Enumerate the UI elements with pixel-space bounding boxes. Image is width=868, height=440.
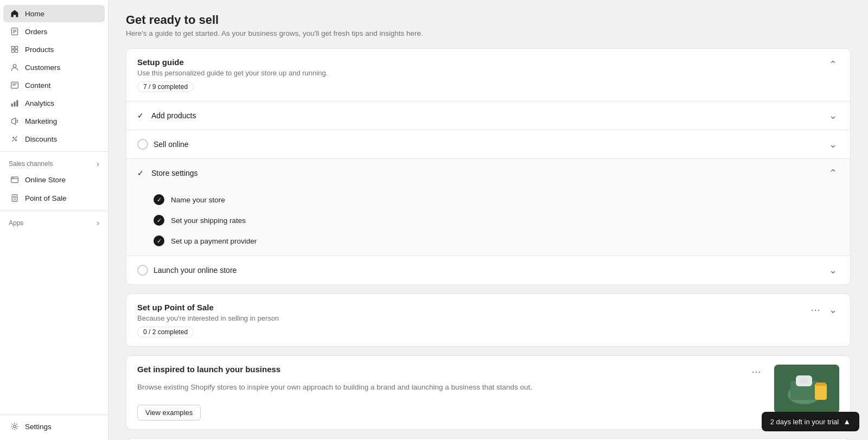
sidebar-item-online-store-label: Online Store xyxy=(25,176,66,184)
sidebar-item-content[interactable]: Content xyxy=(3,76,105,94)
sidebar-item-products[interactable]: Products xyxy=(3,41,105,58)
store-settings-header[interactable]: ✓ Store settings ⌃ xyxy=(126,159,850,187)
home-icon xyxy=(10,9,20,18)
pos-more-btn[interactable]: ⋯ xyxy=(808,303,822,317)
setup-guide-subtitle: Use this personalized guide to get your … xyxy=(137,69,827,77)
inspiration-card: Get inspired to launch your business ⋯ B… xyxy=(126,355,851,430)
store-setting-label-1: Set your shipping rates xyxy=(171,216,246,225)
svg-point-22 xyxy=(14,177,15,178)
inspiration-more-btn[interactable]: ⋯ xyxy=(749,365,763,379)
pos-icon xyxy=(10,193,20,203)
sidebar-bottom: Settings xyxy=(0,415,108,436)
sidebar-item-pos[interactable]: Point of Sale xyxy=(3,189,105,207)
sidebar-item-marketing[interactable]: Marketing xyxy=(3,112,105,130)
trial-badge-chevron: ▲ xyxy=(843,417,851,426)
pos-card-subtitle: Because you're interested in selling in … xyxy=(137,314,808,322)
svg-point-8 xyxy=(13,65,16,68)
setup-guide-progress-badge: 7 / 9 completed xyxy=(137,81,194,92)
store-settings-label: Store settings xyxy=(151,169,198,177)
store-setting-label-0: Name your store xyxy=(171,196,225,204)
sidebar-item-customers[interactable]: Customers xyxy=(3,59,105,76)
online-store-icon xyxy=(10,175,20,184)
pos-card: Set up Point of Sale Because you're inte… xyxy=(126,294,851,347)
setup-guide-header: Setup guide Use this personalized guide … xyxy=(126,49,850,101)
svg-rect-33 xyxy=(816,382,826,386)
store-setting-check-2: ✓ xyxy=(154,235,164,246)
guide-item-store-settings: ✓ Store settings ⌃ ✓ Name your store ✓ S… xyxy=(126,158,850,256)
sidebar-item-orders[interactable]: Orders xyxy=(3,23,105,40)
sidebar-divider-2 xyxy=(0,211,108,211)
pos-card-header-left: Set up Point of Sale Because you're inte… xyxy=(137,303,808,337)
add-products-expand-btn[interactable]: ⌄ xyxy=(827,109,839,123)
sidebar-item-settings[interactable]: Settings xyxy=(3,418,105,435)
sidebar-item-online-store[interactable]: Online Store xyxy=(3,171,105,188)
svg-rect-4 xyxy=(11,46,14,49)
inspiration-card-image xyxy=(774,365,839,413)
products-icon xyxy=(10,44,20,54)
add-products-check-symbol: ✓ xyxy=(137,111,144,120)
trial-badge[interactable]: 2 days left in your trial ▲ xyxy=(762,412,859,431)
content-icon xyxy=(10,80,20,90)
main-nav: Home Orders Prod xyxy=(0,4,108,148)
add-products-label: Add products xyxy=(151,111,196,120)
store-setting-row-1: ✓ Set your shipping rates xyxy=(126,210,850,231)
sell-online-expand-btn[interactable]: ⌄ xyxy=(827,137,839,151)
guide-item-launch-store-left: Launch your online store xyxy=(137,265,237,276)
sidebar-item-orders-label: Orders xyxy=(25,28,47,36)
store-settings-header-left: ✓ Store settings xyxy=(137,169,198,177)
setup-guide-collapse-btn[interactable]: ⌃ xyxy=(827,58,839,72)
sidebar-item-content-label: Content xyxy=(25,81,50,90)
sales-channels-chevron[interactable]: › xyxy=(97,160,99,168)
store-setting-row-0: ✓ Name your store xyxy=(126,189,850,210)
analytics-icon xyxy=(10,98,20,108)
discounts-icon xyxy=(10,134,20,144)
sidebar-item-home-label: Home xyxy=(25,10,44,18)
pos-expand-btn[interactable]: ⌄ xyxy=(827,303,839,317)
svg-rect-13 xyxy=(14,102,15,107)
pos-card-progress-badge: 0 / 2 completed xyxy=(137,327,194,337)
launch-store-check-icon xyxy=(137,265,148,276)
sidebar-item-pos-label: Point of Sale xyxy=(25,194,67,202)
pos-card-header: Set up Point of Sale Because you're inte… xyxy=(126,294,850,346)
guide-item-add-products[interactable]: ✓ Add products ⌄ xyxy=(126,101,850,130)
pos-card-title: Set up Point of Sale xyxy=(137,303,808,312)
pos-card-actions: ⋯ ⌄ xyxy=(808,303,839,317)
settings-icon xyxy=(10,422,20,431)
launch-store-expand-btn[interactable]: ⌄ xyxy=(827,263,839,277)
guide-item-sell-online[interactable]: Sell online ⌄ xyxy=(126,130,850,158)
orders-icon xyxy=(10,27,20,36)
sidebar-item-customers-label: Customers xyxy=(25,63,60,72)
sidebar-divider-1 xyxy=(0,151,108,152)
inspiration-card-inner: Get inspired to launch your business ⋯ B… xyxy=(126,356,850,429)
svg-rect-12 xyxy=(11,104,13,107)
inspiration-image-svg xyxy=(774,365,839,413)
svg-point-16 xyxy=(12,137,14,138)
sell-online-label: Sell online xyxy=(154,140,189,149)
inspiration-view-btn[interactable]: View examples xyxy=(137,405,201,420)
sales-channels-title: Sales channels xyxy=(9,160,53,168)
svg-rect-31 xyxy=(800,378,808,384)
setup-guide-header-actions: ⌃ xyxy=(827,58,839,72)
svg-rect-14 xyxy=(16,100,18,106)
trial-badge-label: 2 days left in your trial xyxy=(770,418,839,426)
customers-icon xyxy=(10,62,20,72)
guide-item-launch-store[interactable]: Launch your online store ⌄ xyxy=(126,256,850,284)
setup-guide-header-left: Setup guide Use this personalized guide … xyxy=(137,58,827,92)
apps-chevron[interactable]: › xyxy=(97,219,99,227)
apps-title: Apps xyxy=(9,219,23,227)
inspiration-card-body: Browse existing Shopify stores to inspir… xyxy=(137,382,763,393)
setup-guide-title: Setup guide xyxy=(137,58,827,67)
sidebar-item-discounts[interactable]: Discounts xyxy=(3,130,105,148)
page-subtitle: Here's a guide to get started. As your b… xyxy=(126,29,851,37)
svg-rect-7 xyxy=(15,50,18,53)
store-settings-collapse-btn[interactable]: ⌃ xyxy=(827,166,839,180)
sidebar-item-settings-label: Settings xyxy=(25,423,52,431)
sidebar-item-products-label: Products xyxy=(25,46,54,54)
sidebar-item-home[interactable]: Home xyxy=(3,5,105,22)
setup-guide-card: Setup guide Use this personalized guide … xyxy=(126,48,851,285)
store-settings-check-symbol: ✓ xyxy=(137,169,144,177)
svg-rect-32 xyxy=(815,384,827,400)
inspiration-card-title: Get inspired to launch your business xyxy=(137,365,280,374)
sidebar-item-analytics[interactable]: Analytics xyxy=(3,94,105,112)
inspiration-title-row: Get inspired to launch your business ⋯ xyxy=(137,365,763,379)
